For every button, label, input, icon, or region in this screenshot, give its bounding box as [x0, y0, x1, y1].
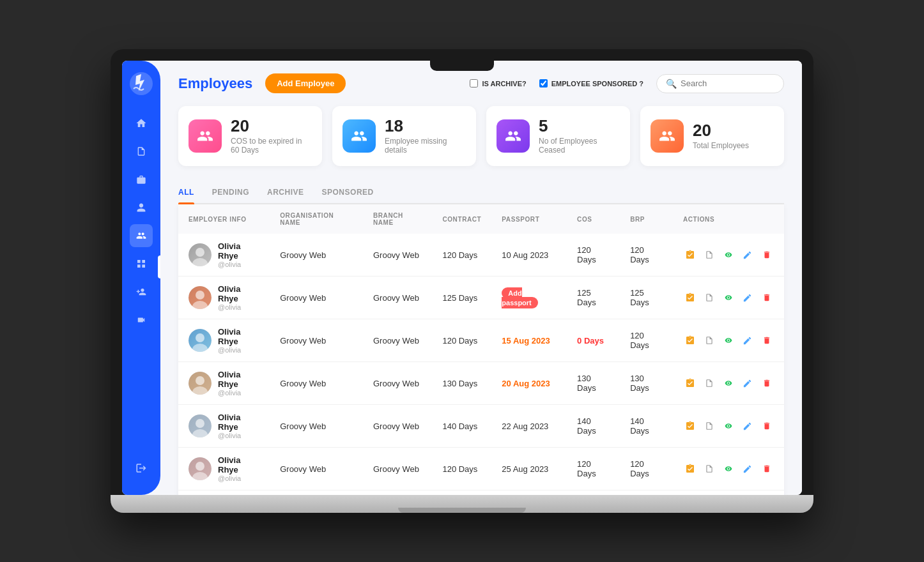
- cell-actions: [673, 405, 784, 448]
- svg-point-14: [196, 419, 204, 428]
- cell-branch-name: Groovy Web: [363, 405, 432, 448]
- action-delete-icon[interactable]: [760, 333, 774, 347]
- tab-pending[interactable]: PENDING: [212, 181, 249, 203]
- cell-contract: 120 Days: [432, 448, 491, 490]
- table-row: Olivia Rhye @olivia Groovy Web Groovy We…: [178, 277, 784, 319]
- tab-all[interactable]: ALL: [178, 181, 194, 203]
- action-view-icon[interactable]: [721, 419, 735, 433]
- action-delete-icon[interactable]: [760, 462, 774, 476]
- cell-brp: 130 Days: [620, 362, 673, 405]
- cell-contract: 120 Days: [432, 234, 491, 277]
- cell-passport: 10 Aug 2023: [491, 234, 567, 277]
- table-row: Olivia Rhye @olivia Groovy Web Groovy We…: [178, 319, 784, 362]
- stat-icon-ceased: [497, 119, 530, 153]
- tabs: ALLPENDINGARCHIVESPONSORED: [178, 181, 784, 204]
- sidebar-item-profile[interactable]: [130, 196, 153, 219]
- cell-passport: 15 Aug 2023: [491, 319, 567, 362]
- cell-passport: 27 Aug 2023: [491, 490, 567, 496]
- tabs-container: ALLPENDINGARCHIVESPONSORED EMPLOYER INFO…: [178, 181, 784, 495]
- action-edit-icon[interactable]: [741, 462, 755, 476]
- action-document-icon[interactable]: [702, 376, 716, 390]
- sidebar: [122, 61, 160, 495]
- cell-branch-name: Groovy Web: [363, 490, 432, 496]
- action-delete-icon[interactable]: [760, 419, 774, 433]
- passport-tag[interactable]: Add passport: [502, 287, 537, 308]
- stat-number-ceased: 5: [539, 118, 620, 134]
- tab-archive[interactable]: ARCHIVE: [267, 181, 304, 203]
- col-header-contract: CONTRACT: [432, 204, 491, 234]
- action-edit-icon[interactable]: [741, 419, 755, 433]
- cell-cos: 120 Days: [567, 234, 620, 277]
- search-input[interactable]: [681, 79, 774, 88]
- action-checklist-icon[interactable]: [683, 376, 697, 390]
- action-edit-icon[interactable]: [741, 291, 755, 305]
- stat-number-missing-details: 18: [385, 118, 466, 134]
- table-row: Olivia Rhye @olivia Groovy Web Groovy We…: [178, 490, 784, 496]
- sidebar-item-home[interactable]: [130, 112, 153, 135]
- is-archive-group: IS ARCHIVE?: [470, 79, 526, 87]
- employee-name: Olivia Rhye: [218, 241, 259, 261]
- action-edit-icon[interactable]: [741, 376, 755, 390]
- sponsored-group: EMPLOYEE SPONSORED ?: [539, 79, 643, 87]
- action-checklist-icon[interactable]: [683, 333, 697, 347]
- action-edit-icon[interactable]: [741, 248, 755, 262]
- sidebar-item-video[interactable]: [130, 308, 153, 331]
- action-view-icon[interactable]: [721, 248, 735, 262]
- action-view-icon[interactable]: [721, 376, 735, 390]
- action-document-icon[interactable]: [702, 419, 716, 433]
- avatar: [189, 329, 212, 352]
- svg-point-11: [196, 376, 204, 385]
- action-document-icon[interactable]: [702, 248, 716, 262]
- action-delete-icon[interactable]: [760, 376, 774, 390]
- employee-name: Olivia Rhye: [218, 455, 259, 475]
- cos-value: 120 Days: [577, 459, 596, 478]
- sidebar-item-user-add[interactable]: [130, 280, 153, 303]
- cell-employer-info: Olivia Rhye @olivia: [178, 319, 270, 362]
- employee-handle: @olivia: [218, 346, 259, 354]
- action-checklist-icon[interactable]: [683, 419, 697, 433]
- table-row: Olivia Rhye @olivia Groovy Web Groovy We…: [178, 234, 784, 277]
- add-employee-button[interactable]: Add Employee: [265, 73, 346, 93]
- cell-branch-name: Groovy Web: [363, 277, 432, 319]
- sponsored-label: EMPLOYEE SPONSORED ?: [551, 80, 643, 87]
- action-edit-icon[interactable]: [741, 333, 755, 347]
- sidebar-item-briefcase[interactable]: [130, 168, 153, 191]
- action-checklist-icon[interactable]: [683, 291, 697, 305]
- col-header-cos: COS: [567, 204, 620, 234]
- action-document-icon[interactable]: [702, 333, 716, 347]
- sidebar-item-document[interactable]: [130, 140, 153, 163]
- action-document-icon[interactable]: [702, 291, 716, 305]
- action-document-icon[interactable]: [702, 462, 716, 476]
- sidebar-item-logout[interactable]: [130, 457, 153, 480]
- col-header-passport: PASSPORT: [491, 204, 567, 234]
- stat-label-total: Total Employees: [693, 141, 749, 150]
- cell-employer-info: Olivia Rhye @olivia: [178, 234, 270, 277]
- employee-handle: @olivia: [218, 389, 259, 397]
- cell-employer-info: Olivia Rhye @olivia: [178, 362, 270, 405]
- is-archive-checkbox[interactable]: [470, 79, 478, 87]
- action-delete-icon[interactable]: [760, 291, 774, 305]
- table-header: EMPLOYER INFOORGANISATION NAMEBRANCH NAM…: [178, 204, 784, 234]
- cell-branch-name: Groovy Web: [363, 234, 432, 277]
- tab-sponsored[interactable]: SPONSORED: [322, 181, 374, 203]
- cell-actions: [673, 234, 784, 277]
- cell-cos: 130 Days: [567, 362, 620, 405]
- action-view-icon[interactable]: [721, 291, 735, 305]
- action-view-icon[interactable]: [721, 333, 735, 347]
- stat-icon-total: [651, 119, 684, 153]
- action-delete-icon[interactable]: [760, 248, 774, 262]
- cos-value: 120 Days: [577, 245, 596, 264]
- passport-date: 22 Aug 2023: [502, 422, 548, 431]
- table-row: Olivia Rhye @olivia Groovy Web Groovy We…: [178, 448, 784, 490]
- action-checklist-icon[interactable]: [683, 462, 697, 476]
- cell-branch-name: Groovy Web: [363, 448, 432, 490]
- action-view-icon[interactable]: [721, 462, 735, 476]
- action-checklist-icon[interactable]: [683, 248, 697, 262]
- cell-cos: 125 Days: [567, 277, 620, 319]
- sidebar-item-employees[interactable]: [130, 224, 153, 247]
- cell-org-name: Groovy Web: [270, 405, 363, 448]
- cell-org-name: Groovy Web: [270, 319, 363, 362]
- sidebar-item-grid[interactable]: [130, 252, 153, 275]
- cell-branch-name: Groovy Web: [363, 319, 432, 362]
- sponsored-checkbox[interactable]: [539, 79, 548, 87]
